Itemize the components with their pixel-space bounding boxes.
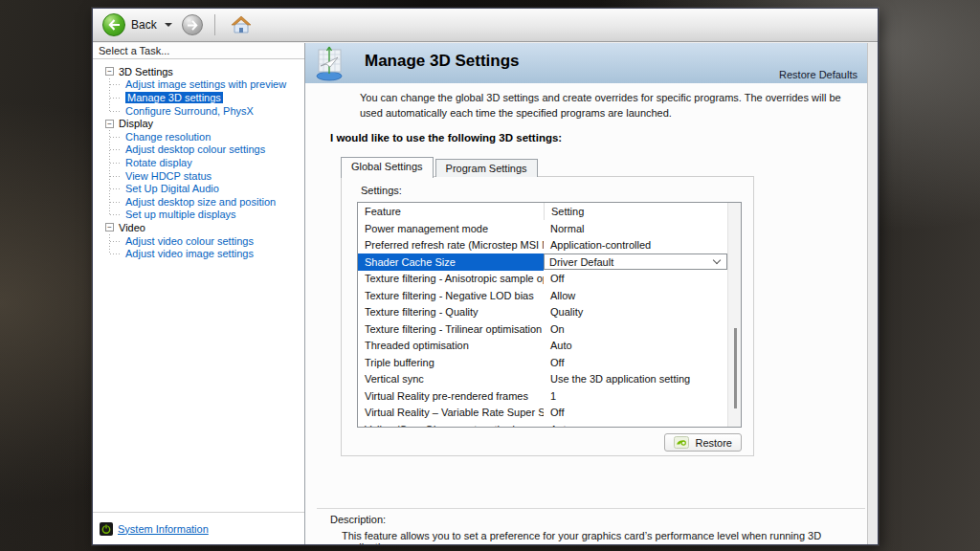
sidebar-header: Select a Task... [93, 43, 304, 59]
feature-cell[interactable]: Texture filtering - Trilinear optimisati… [358, 320, 544, 338]
restore-button-label: Restore [695, 437, 732, 449]
sidebar-item-adjust-desktop-size-and-position[interactable]: Adjust desktop size and position [109, 195, 304, 209]
description-divider [317, 508, 865, 509]
home-button[interactable] [227, 11, 256, 38]
description-label: Description: [330, 514, 386, 525]
sidebar-item-configure-surround-physx[interactable]: Configure Surround, PhysX [109, 104, 304, 118]
global-settings-panel: Settings: Feature Setting Power manageme… [341, 176, 754, 456]
setting-dropdown[interactable]: Driver Default [544, 253, 727, 270]
system-information-link[interactable]: System Information [118, 523, 209, 535]
tree-node-label: Display [119, 118, 153, 129]
setting-cell[interactable]: Off [544, 271, 727, 288]
sidebar-item-rotate-display[interactable]: Rotate display [109, 156, 304, 169]
setting-cell[interactable]: Allow [544, 287, 727, 304]
restore-defaults-link[interactable]: Restore Defaults [779, 69, 858, 80]
sidebar-item-adjust-video-image-settings[interactable]: Adjust video image settings [109, 247, 304, 260]
sidebar-item-adjust-image-settings-with-preview[interactable]: Adjust image settings with preview [109, 78, 304, 92]
setting-cell[interactable]: Auto [544, 338, 727, 355]
table-row[interactable]: Virtual Reality – Variable Rate Super Sa… [358, 405, 727, 422]
sidebar-item-label: Manage 3D settings [125, 92, 223, 103]
nvidia-control-panel-window: Back Select a Task... −3D SettingsAdjust… [92, 8, 879, 545]
forward-button[interactable] [182, 14, 203, 35]
setting-column-header[interactable]: Setting [544, 203, 727, 220]
sidebar-item-adjust-video-colour-settings[interactable]: Adjust video colour settings [109, 234, 304, 248]
tab-program-settings[interactable]: Program Settings [435, 159, 538, 177]
restore-button[interactable]: Restore [664, 433, 742, 452]
table-row[interactable]: Triple bufferingOff [358, 354, 727, 371]
feature-cell[interactable]: Vertical sync [358, 371, 544, 388]
task-sidebar: Select a Task... −3D SettingsAdjust imag… [93, 43, 305, 544]
table-row[interactable]: Vulkan/OpenGL present methodAuto [358, 421, 727, 427]
sidebar-item-set-up-digital-audio[interactable]: Set Up Digital Audio [109, 182, 304, 195]
setting-cell[interactable]: Use the 3D application setting [544, 371, 727, 388]
sidebar-item-label: Change resolution [125, 131, 211, 143]
feature-cell[interactable]: Shader Cache Size [358, 253, 544, 271]
table-row[interactable]: Shader Cache SizeDriver Default [358, 253, 727, 271]
feature-cell[interactable]: Triple buffering [358, 354, 544, 371]
feature-cell[interactable]: Virtual Reality – Variable Rate Super Sa… [358, 405, 544, 422]
feature-column-header[interactable]: Feature [358, 203, 544, 220]
sidebar-item-adjust-desktop-colour-settings[interactable]: Adjust desktop colour settings [109, 143, 304, 157]
tree-node-video[interactable]: −Video [105, 221, 304, 234]
settings-tabs: Global Settings Program Settings [341, 157, 540, 177]
sidebar-item-label: Adjust desktop colour settings [125, 143, 265, 155]
feature-cell[interactable]: Preferred refresh rate (Microstep MSI MA… [358, 237, 544, 254]
main-scrollbar-area[interactable] [867, 43, 878, 544]
feature-cell[interactable]: Texture filtering - Negative LOD bias [358, 287, 544, 304]
setting-cell[interactable]: 1 [544, 387, 727, 405]
settings-prompt: I would like to use the following 3D set… [330, 132, 562, 143]
setting-cell[interactable]: Off [544, 405, 727, 422]
setting-cell[interactable]: Auto [544, 421, 727, 427]
sidebar-item-view-hdcp-status[interactable]: View HDCP status [109, 169, 304, 183]
toolbar-separator [214, 14, 215, 35]
feature-cell[interactable]: Power management mode [358, 220, 544, 237]
sidebar-item-change-resolution[interactable]: Change resolution [109, 130, 304, 143]
setting-cell[interactable]: Normal [544, 220, 727, 237]
back-button[interactable] [102, 13, 125, 36]
feature-cell[interactable]: Threaded optimisation [358, 338, 544, 355]
setting-cell[interactable]: On [544, 320, 727, 338]
table-row[interactable]: Power management modeNormal [358, 220, 727, 237]
table-row[interactable]: Texture filtering - QualityQuality [358, 304, 727, 321]
back-button-label[interactable]: Back [131, 18, 157, 32]
tree-node-label: Video [119, 222, 145, 233]
settings-list-scrollbar[interactable] [727, 203, 741, 427]
table-row[interactable]: Vertical syncUse the 3D application sett… [358, 371, 727, 388]
collapse-icon[interactable]: − [105, 223, 114, 231]
feature-cell[interactable]: Virtual Reality pre-rendered frames [358, 387, 544, 405]
scrollbar-thumb[interactable] [734, 328, 737, 408]
settings-list: Feature Setting Power management modeNor… [357, 202, 742, 428]
page-title: Manage 3D Settings [365, 52, 520, 71]
feature-cell[interactable]: Vulkan/OpenGL present method [358, 421, 544, 427]
sidebar-item-label: Adjust image settings with preview [125, 78, 286, 90]
setting-cell[interactable]: Quality [544, 304, 727, 321]
sidebar-item-label: Adjust video colour settings [125, 235, 254, 247]
sidebar-item-set-up-multiple-displays[interactable]: Set up multiple displays [109, 209, 304, 222]
nvidia-logo-icon [674, 436, 689, 449]
collapse-icon[interactable]: − [105, 120, 114, 128]
collapse-icon[interactable]: − [105, 67, 114, 76]
back-history-caret-icon[interactable] [165, 23, 172, 27]
sidebar-item-manage-3d-settings[interactable]: Manage 3D settings [109, 91, 304, 104]
setting-cell[interactable]: Off [544, 354, 727, 371]
tree-node-3d-settings[interactable]: −3D Settings [105, 65, 304, 78]
tree-node-label: 3D Settings [119, 66, 173, 77]
table-row[interactable]: Texture filtering - Trilinear optimisati… [358, 320, 727, 338]
table-row[interactable]: Preferred refresh rate (Microstep MSI MA… [358, 237, 727, 254]
tree-children-video: Adjust video colour settingsAdjust video… [109, 234, 304, 260]
tree-node-display[interactable]: −Display [105, 117, 304, 130]
chevron-down-icon [713, 256, 721, 264]
sidebar-item-label: Configure Surround, PhysX [125, 105, 254, 117]
tree-children-3d-settings: Adjust image settings with previewManage… [109, 78, 304, 118]
sidebar-item-label: Adjust desktop size and position [125, 196, 276, 208]
feature-cell[interactable]: Texture filtering - Quality [358, 304, 544, 321]
table-row[interactable]: Threaded optimisationAuto [358, 338, 727, 355]
settings-list-header: Feature Setting [358, 203, 727, 220]
table-row[interactable]: Virtual Reality pre-rendered frames1 [358, 387, 727, 405]
setting-cell[interactable]: Driver Default [544, 253, 727, 271]
setting-cell[interactable]: Application-controlled [544, 237, 727, 254]
table-row[interactable]: Texture filtering - Negative LOD biasAll… [358, 287, 727, 304]
feature-cell[interactable]: Texture filtering - Anisotropic sample o… [358, 271, 544, 288]
table-row[interactable]: Texture filtering - Anisotropic sample o… [358, 271, 727, 288]
tab-global-settings[interactable]: Global Settings [341, 157, 434, 178]
